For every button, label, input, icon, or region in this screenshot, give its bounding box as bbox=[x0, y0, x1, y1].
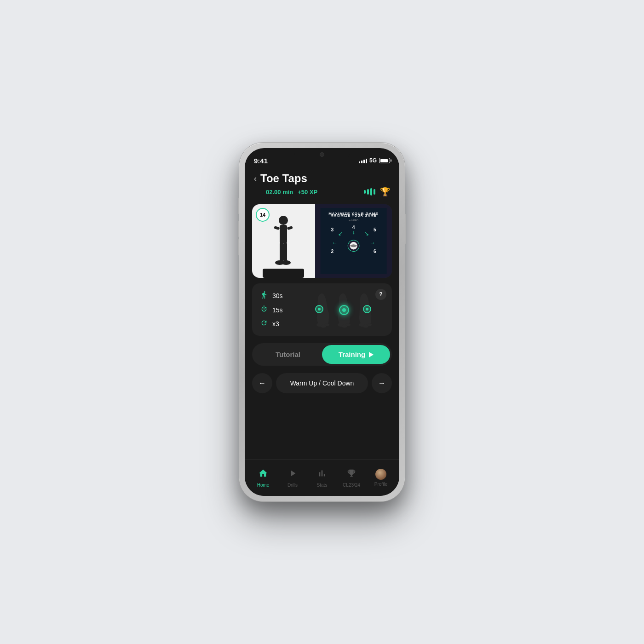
sets-stat: x3 bbox=[259, 319, 296, 328]
phone-frame: 9:41 5G bbox=[239, 143, 405, 501]
svg-rect-4 bbox=[280, 242, 283, 262]
header-nav: ‹ Toe Taps bbox=[254, 172, 390, 185]
bottom-nav: Home Drills Stat bbox=[245, 459, 399, 496]
back-button[interactable]: ‹ bbox=[254, 174, 257, 184]
speed-lines-icon bbox=[364, 188, 375, 196]
foot-dot-right bbox=[363, 305, 371, 313]
svg-text:3: 3 bbox=[331, 227, 334, 232]
play-icon bbox=[369, 352, 374, 357]
camera bbox=[320, 152, 324, 157]
svg-point-7 bbox=[282, 260, 291, 265]
nav-item-drills[interactable]: Drills bbox=[278, 468, 307, 488]
svg-text:5: 5 bbox=[374, 227, 376, 232]
foot-dot-left bbox=[315, 305, 323, 313]
svg-text:↙: ↙ bbox=[338, 230, 343, 237]
foot-dot-center bbox=[339, 305, 349, 315]
media-timer: 14 bbox=[256, 208, 270, 222]
media-right: MAXIMIZE YOUR GAME MAXIMIZE YOUR GAME ⊕ … bbox=[315, 204, 392, 278]
stats-icon bbox=[317, 468, 327, 481]
meta-left: 02.00 min +50 XP bbox=[266, 189, 317, 196]
svg-rect-5 bbox=[283, 242, 287, 262]
duration-value: 30s bbox=[272, 292, 283, 299]
header-meta: 02.00 min +50 XP 🏆 bbox=[254, 187, 390, 197]
drills-label: Drills bbox=[288, 483, 298, 488]
svg-text:→: → bbox=[369, 240, 375, 246]
signal-icon bbox=[359, 158, 367, 163]
screen-content: ‹ Toe Taps 02.00 min +50 XP bbox=[245, 168, 399, 459]
training-button[interactable]: Training bbox=[322, 345, 390, 364]
media-left: 14 bbox=[252, 204, 315, 278]
timer-icon bbox=[259, 305, 269, 315]
exercise-xp: +50 XP bbox=[298, 189, 317, 196]
media-section: 14 bbox=[252, 204, 392, 278]
svg-point-25 bbox=[325, 323, 329, 326]
nav-item-cl[interactable]: CL23/24 bbox=[337, 468, 366, 488]
svg-text:←: ← bbox=[332, 240, 337, 246]
svg-point-31 bbox=[367, 323, 372, 326]
status-time: 9:41 bbox=[254, 157, 268, 165]
battery-icon bbox=[379, 158, 390, 163]
rest-stat: 15s bbox=[259, 305, 296, 315]
svg-text:↓: ↓ bbox=[352, 229, 355, 236]
stats-label: Stats bbox=[317, 483, 328, 488]
rest-value: 15s bbox=[272, 306, 283, 314]
help-button[interactable]: ? bbox=[375, 289, 386, 300]
nav-item-home[interactable]: Home bbox=[248, 468, 278, 488]
svg-point-28 bbox=[346, 323, 351, 326]
exercise-stats: 30s 15s bbox=[259, 291, 296, 328]
exercise-mat bbox=[263, 269, 304, 278]
avatar bbox=[375, 469, 386, 480]
right-foot bbox=[356, 291, 373, 328]
next-button[interactable]: → bbox=[372, 373, 392, 393]
page-title: Toe Taps bbox=[260, 172, 307, 185]
profile-label: Profile bbox=[374, 482, 387, 487]
person-silhouette bbox=[270, 211, 297, 271]
svg-rect-1 bbox=[280, 225, 287, 243]
phone-wrapper: 9:41 5G bbox=[239, 143, 405, 501]
warmup-cooldown-button[interactable]: Warm Up / Cool Down bbox=[276, 373, 368, 393]
feet-visual bbox=[302, 291, 385, 328]
run-icon bbox=[259, 291, 269, 301]
svg-text:⊕ 6-PRO: ⊕ 6-PRO bbox=[349, 219, 358, 222]
svg-rect-2 bbox=[274, 226, 280, 230]
cl-label: CL23/24 bbox=[343, 483, 360, 488]
network-label: 5G bbox=[369, 157, 377, 164]
mode-toggle: Tutorial Training bbox=[252, 343, 392, 366]
duration-stat: 30s bbox=[259, 291, 296, 301]
sets-icon bbox=[259, 319, 269, 328]
notch bbox=[294, 148, 350, 161]
center-foot bbox=[334, 291, 352, 328]
svg-text:2: 2 bbox=[331, 249, 334, 254]
exercise-time: 02.00 min bbox=[266, 189, 293, 196]
meta-right: 🏆 bbox=[364, 187, 390, 197]
nav-item-profile[interactable]: Profile bbox=[366, 469, 396, 487]
tutorial-button[interactable]: Tutorial bbox=[254, 345, 322, 364]
trophy-nav-icon bbox=[346, 468, 356, 481]
left-foot bbox=[313, 291, 331, 328]
sets-value: x3 bbox=[272, 320, 279, 328]
trophy-icon: 🏆 bbox=[380, 187, 390, 197]
svg-point-0 bbox=[279, 216, 288, 225]
svg-rect-3 bbox=[287, 226, 293, 230]
avatar-image bbox=[375, 469, 386, 480]
nav-row: ← Warm Up / Cool Down → bbox=[252, 373, 392, 393]
status-icons: 5G bbox=[359, 157, 390, 164]
game-grid: MAXIMIZE YOUR GAME MAXIMIZE YOUR GAME ⊕ … bbox=[319, 208, 388, 274]
exercise-card: 30s 15s bbox=[252, 283, 392, 336]
prev-button[interactable]: ← bbox=[252, 373, 272, 393]
nav-item-stats[interactable]: Stats bbox=[307, 468, 337, 488]
home-label: Home bbox=[257, 483, 270, 488]
game-title: MAXIMIZE YOUR GAME bbox=[319, 212, 388, 216]
header: ‹ Toe Taps 02.00 min +50 XP bbox=[245, 168, 399, 202]
game-grid-svg: MAXIMIZE YOUR GAME ⊕ 6-PRO 3 4 5 2 6 ↙ bbox=[319, 208, 388, 274]
svg-text:↘: ↘ bbox=[364, 230, 369, 237]
svg-text:6: 6 bbox=[374, 249, 376, 254]
home-icon bbox=[258, 468, 268, 481]
phone-screen: 9:41 5G bbox=[245, 148, 399, 496]
drills-icon bbox=[288, 468, 298, 481]
